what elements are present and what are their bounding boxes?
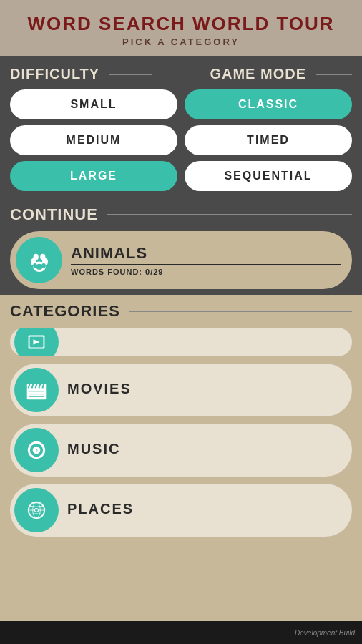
categories-section: CATEGORIES [0, 295, 362, 621]
top-section: DIFFICULTY GAME MODE SMALL MEDIUM LARGE … [0, 56, 362, 295]
app-container: WORD SEARCH WORLD TOUR PICK A CATEGORY D… [0, 0, 362, 644]
music-name: MUSIC [67, 441, 341, 457]
timed-button[interactable]: TIMED [185, 125, 352, 155]
header: WORD SEARCH WORLD TOUR PICK A CATEGORY [0, 0, 362, 56]
continue-header: CONTINUE [10, 205, 352, 224]
sequential-button[interactable]: SEQUENTIAL [185, 161, 352, 191]
svg-point-7 [41, 263, 46, 268]
music-icon: ♪ [14, 428, 59, 472]
classic-button[interactable]: CLASSIC [185, 89, 352, 119]
svg-point-5 [36, 263, 43, 269]
settings-labels: DIFFICULTY GAME MODE [10, 66, 352, 82]
svg-point-31 [35, 509, 38, 512]
partial-category-item[interactable] [10, 328, 352, 356]
small-button[interactable]: SMALL [10, 89, 177, 119]
places-category-item[interactable]: PLACES [10, 484, 352, 537]
movies-underline [67, 399, 341, 400]
clapperboard-icon [14, 368, 59, 412]
difficulty-label: DIFFICULTY [10, 66, 152, 82]
globe-svg [23, 497, 50, 524]
app-subtitle: PICK A CATEGORY [7, 36, 355, 47]
svg-text:♪: ♪ [35, 447, 38, 454]
paw-svg [25, 246, 54, 275]
svg-rect-11 [27, 387, 47, 399]
partial-category-icon [14, 328, 59, 356]
paw-icon [16, 237, 62, 283]
difficulty-column: SMALL MEDIUM LARGE [10, 89, 177, 191]
large-button[interactable]: LARGE [10, 161, 177, 191]
footer-text: Development Build [295, 629, 355, 637]
categories-label: CATEGORIES [10, 302, 120, 321]
svg-point-6 [33, 263, 37, 268]
clapperboard-svg [23, 376, 50, 404]
gamemode-column: CLASSIC TIMED SEQUENTIAL [185, 89, 352, 191]
continue-subtitle: WORDS FOUND: 0/29 [71, 268, 341, 276]
continue-underline [71, 264, 341, 265]
continue-divider [107, 214, 352, 215]
movies-category-item[interactable]: MOVIES [10, 364, 352, 416]
places-underline [67, 519, 341, 520]
settings-section: DIFFICULTY GAME MODE SMALL MEDIUM LARGE … [0, 56, 362, 198]
places-text-wrap: PLACES [67, 501, 341, 520]
svg-point-4 [40, 253, 45, 260]
button-grid: SMALL MEDIUM LARGE CLASSIC TIMED SEQUENT… [10, 89, 352, 191]
medium-button[interactable]: MEDIUM [10, 125, 177, 155]
globe-icon [14, 488, 59, 532]
places-name: PLACES [67, 501, 341, 517]
content-area: DIFFICULTY GAME MODE SMALL MEDIUM LARGE … [0, 56, 362, 621]
music-text-wrap: MUSIC [67, 441, 341, 460]
categories-divider [129, 311, 352, 312]
continue-card[interactable]: ANIMALS WORDS FOUND: 0/29 [10, 231, 352, 289]
music-svg: ♪ [23, 436, 50, 464]
continue-title: ANIMALS [71, 244, 341, 263]
gamemode-label: GAME MODE [210, 66, 352, 82]
footer: Development Build [0, 621, 362, 644]
music-category-item[interactable]: ♪ MUSIC [10, 424, 352, 477]
categories-header: CATEGORIES [10, 302, 352, 321]
continue-label: CONTINUE [10, 205, 98, 224]
movies-text-wrap: MOVIES [67, 381, 341, 400]
continue-text: ANIMALS WORDS FOUND: 0/29 [71, 244, 341, 277]
partial-icon-svg [23, 328, 50, 356]
movies-name: MOVIES [67, 381, 341, 397]
continue-section: CONTINUE [0, 198, 362, 295]
app-title: WORD SEARCH WORLD TOUR [7, 13, 355, 35]
music-underline [67, 459, 341, 460]
svg-point-3 [33, 253, 38, 260]
